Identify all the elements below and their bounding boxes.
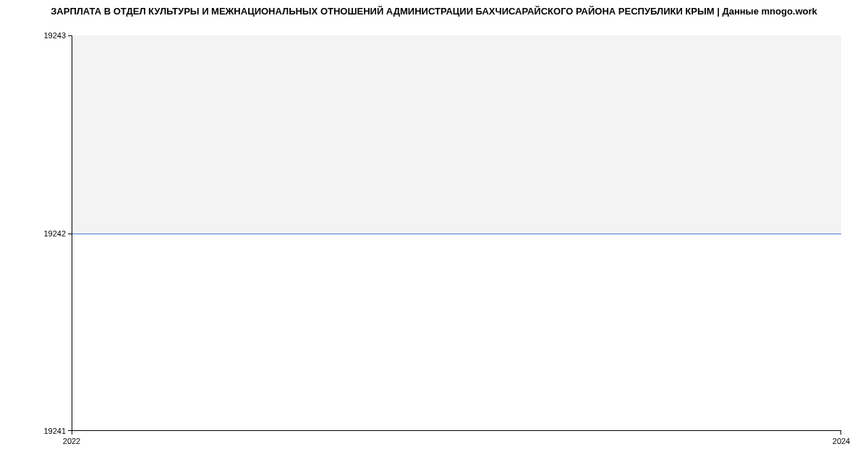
plot-area: 19243 19242 19241 2022 2024: [72, 35, 841, 431]
x-tick: [841, 431, 841, 435]
data-line: [72, 234, 841, 234]
area-fill: [72, 35, 841, 234]
chart-title: ЗАРПЛАТА В ОТДЕЛ КУЛЬТУРЫ И МЕЖНАЦИОНАЛЬ…: [0, 0, 868, 17]
y-tick-label: 19242: [43, 229, 66, 238]
x-tick: [72, 431, 72, 435]
y-axis: [72, 35, 72, 431]
x-axis: [72, 430, 841, 431]
y-tick: [68, 234, 72, 234]
chart-plot: 19243 19242 19241 2022 2024: [72, 35, 841, 431]
y-tick: [68, 35, 72, 36]
x-tick-label: 2022: [63, 437, 80, 445]
y-tick-label: 19241: [43, 427, 66, 435]
x-tick-label: 2024: [833, 437, 850, 445]
y-tick-label: 19243: [43, 31, 66, 40]
